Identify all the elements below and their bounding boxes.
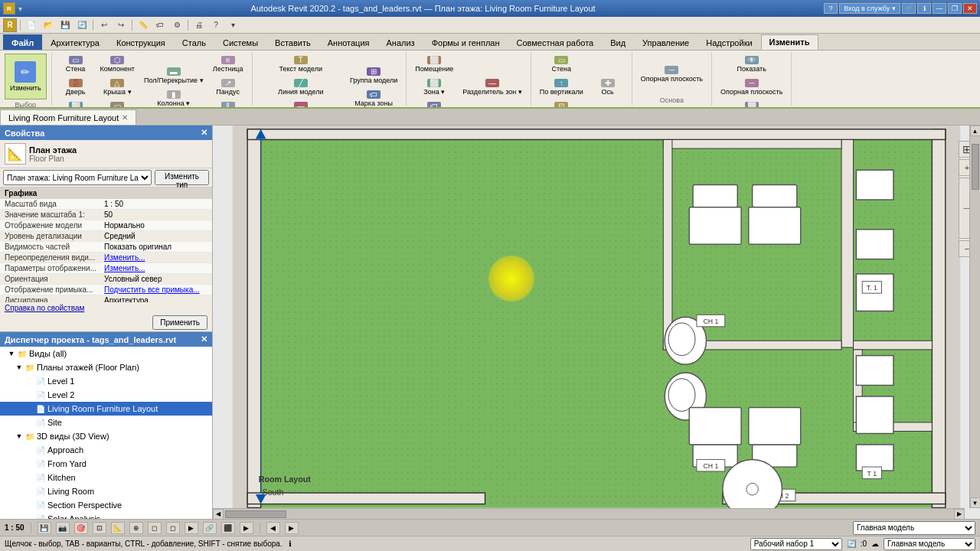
tab-forms[interactable]: Формы и генплан <box>423 34 508 50</box>
line-model-btn[interactable]: ╱Линия модели <box>257 77 345 98</box>
component-btn[interactable]: ⬡Компонент <box>96 54 139 75</box>
zone-btn[interactable]: ⬜Зона ▾ <box>411 77 457 98</box>
close-btn[interactable]: ✕ <box>963 3 977 14</box>
tab-construction[interactable]: Конструкция <box>108 34 174 50</box>
shopping-btn[interactable]: 🛒 <box>902 3 916 14</box>
tree-3d-views[interactable]: ▼ 📁 3D виды (3D View) <box>0 429 212 443</box>
tree-kitchen[interactable]: ▶ 📄 Kitchen <box>0 471 212 484</box>
text-model-btn[interactable]: TТекст модели <box>257 54 345 75</box>
qa-redo[interactable]: ↪ <box>113 18 129 32</box>
doc-tab-living-room[interactable]: Living Room Furniture Layout ✕ <box>0 109 136 125</box>
qa-settings[interactable]: ⚙ <box>169 18 185 32</box>
scroll-thumb-h[interactable] <box>225 510 286 518</box>
help-btn[interactable]: ? <box>824 3 838 14</box>
tab-collab[interactable]: Совместная работа <box>508 34 603 50</box>
tree-living-room-3d[interactable]: ▶ 📄 Living Room <box>0 484 212 498</box>
prop-value-orient[interactable]: Условный север <box>104 275 207 283</box>
tab-analysis[interactable]: Анализ <box>378 34 423 50</box>
qa-undo[interactable]: ↩ <box>96 18 112 32</box>
tree-site[interactable]: ▶ 📄 Site <box>0 416 212 429</box>
qa-save[interactable]: 💾 <box>57 18 73 32</box>
tree-solar[interactable]: ▶ 📄 Solar Analysis <box>0 512 212 519</box>
preview-btn[interactable]: ⬜Просмотр <box>717 99 786 107</box>
modify-btn[interactable]: ✏ Изменить <box>5 54 47 99</box>
vb-play[interactable]: ▶ <box>185 522 198 534</box>
zone-sep-btn[interactable]: —Разделитель зон ▾ <box>459 77 525 98</box>
room-sep-btn[interactable]: —Разделитель помещений <box>257 99 345 107</box>
scroll-right-arrow[interactable]: ▶ <box>954 509 965 520</box>
scrollbar-horizontal[interactable]: ◀ ▶ <box>213 508 965 519</box>
tab-systems[interactable]: Системы <box>214 34 266 50</box>
vb-camera[interactable]: 📷 <box>56 522 70 534</box>
login-btn[interactable]: Вход в службу ▾ <box>839 3 900 14</box>
scrollbar-vertical[interactable]: ▲ ▼ <box>969 126 980 508</box>
zone-tag-btn[interactable]: 🏷Марка зоны <box>346 88 401 107</box>
toggle-views[interactable]: ▼ <box>6 348 17 359</box>
wall-btn[interactable]: ▭Стена <box>57 54 95 75</box>
tab-arch[interactable]: Архитектура <box>42 34 108 50</box>
info-icon[interactable]: ℹ <box>289 540 292 548</box>
restore-btn[interactable]: ❐ <box>948 3 962 14</box>
vb-link[interactable]: 🔗 <box>203 522 217 534</box>
qa-print[interactable]: 🖨 <box>191 18 207 32</box>
viewport[interactable]: T. 1 T 1 CH 1 CH 1 CH 2 <box>213 126 980 519</box>
tab-annotation[interactable]: Аннотация <box>319 34 378 50</box>
tree-level1[interactable]: ▶ 📄 Level 1 <box>0 374 212 388</box>
vb-save[interactable]: 💾 <box>38 522 51 534</box>
toggle-floorplans[interactable]: ▼ <box>14 362 24 373</box>
qa-new[interactable]: 📄 <box>24 18 39 32</box>
prop-value-detail[interactable]: Средний <box>104 232 207 240</box>
vb-dark[interactable]: ⬛ <box>221 522 235 534</box>
minimize-btn[interactable]: — <box>933 3 946 14</box>
ref-plane2-btn[interactable]: ─Опорная плоскость <box>717 77 786 98</box>
mullion-btn[interactable]: ‖Импост <box>209 99 247 107</box>
tree-approach[interactable]: ▶ 📄 Approach <box>0 443 212 457</box>
floor-btn[interactable]: ▬Пол/Перекрытие ▾ <box>140 65 207 86</box>
change-type-btn[interactable]: Изменить тип <box>155 170 209 185</box>
vb-arrow-right[interactable]: ▶ <box>285 522 299 534</box>
browser-close[interactable]: ✕ <box>201 334 207 344</box>
prop-value-parts[interactable]: Показать оригинал <box>104 243 207 251</box>
qa-help[interactable]: ? <box>208 18 224 32</box>
window-btn[interactable]: ⬜Окно <box>57 99 95 107</box>
tab-steel[interactable]: Сталь <box>174 34 214 50</box>
vert-opening-btn[interactable]: ↑По вертикали <box>536 77 587 98</box>
tree-section-perspective[interactable]: ▶ 📄 Section Perspective <box>0 498 212 512</box>
vb-snap[interactable]: ⊡ <box>93 522 106 534</box>
prop-value-scale-val[interactable]: 50 <box>104 210 207 219</box>
browser-tree[interactable]: ▼ 📁 Виды (all) ▼ 📁 Планы этажей (Floor P… <box>0 347 212 519</box>
ramp-btn[interactable]: ↗Пандус <box>209 77 247 98</box>
ref-plane-btn[interactable]: ─Опорная плоскость <box>637 64 707 85</box>
tree-from-yard[interactable]: ▶ 📄 From Yard <box>0 457 212 471</box>
scroll-up-arrow[interactable]: ▲ <box>970 126 981 136</box>
axis-btn[interactable]: ✚Ось <box>589 77 627 98</box>
tab-view[interactable]: Вид <box>602 34 634 50</box>
tab-manage[interactable]: Управление <box>634 34 697 50</box>
scroll-left-arrow[interactable]: ◀ <box>213 509 224 520</box>
model-workset-select[interactable]: Главная модель <box>884 538 975 550</box>
prop-value-join[interactable]: Подчистить все примыка... <box>104 285 207 294</box>
prop-value-scale[interactable]: 1 : 50 <box>104 200 207 208</box>
shaft-btn[interactable]: ⊡Шахта <box>536 99 587 107</box>
vb-angle[interactable]: 📐 <box>111 522 125 534</box>
cloud-icon[interactable]: ☁ <box>871 540 879 548</box>
tab-file[interactable]: Файл <box>3 34 42 50</box>
titlebar-controls[interactable]: ? Вход в службу ▾ 🛒 ℹ — ❐ ✕ <box>824 3 977 14</box>
tab-addins[interactable]: Надстройки <box>697 34 760 50</box>
vb-box2[interactable]: ◻ <box>166 522 180 534</box>
prop-help-link[interactable]: Справка по свойствам <box>0 302 212 314</box>
qa-dropdown[interactable]: ▾ <box>225 18 240 32</box>
doc-tab-close[interactable]: ✕ <box>122 113 128 122</box>
tab-modify[interactable]: Изменить <box>761 34 818 50</box>
apply-btn[interactable]: Применить <box>152 315 207 330</box>
door-btn[interactable]: 🚪Дверь <box>57 77 95 98</box>
info-btn[interactable]: ℹ <box>917 3 931 14</box>
prop-section-graphics[interactable]: Графика <box>0 187 212 199</box>
vb-target[interactable]: 🎯 <box>74 522 88 534</box>
properties-close[interactable]: ✕ <box>201 128 207 138</box>
workset-select[interactable]: Рабочий набор 1 <box>750 538 842 550</box>
ceiling-btn[interactable]: ▭Потолок <box>96 99 139 107</box>
qa-sync[interactable]: 🔄 <box>74 18 90 32</box>
prop-filter-select[interactable]: План этажа: Living Room Furniture La <box>3 170 152 185</box>
scroll-down-arrow[interactable]: ▼ <box>970 497 981 508</box>
